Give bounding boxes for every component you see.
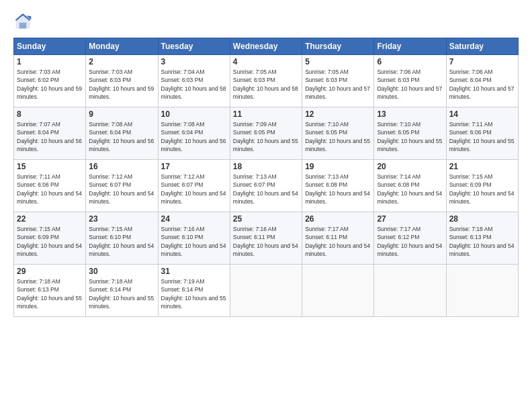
calendar-header-wednesday: Wednesday xyxy=(230,38,302,55)
calendar-cell: 15 Sunrise: 7:11 AM Sunset: 6:06 PM Dayl… xyxy=(14,160,86,212)
day-number: 7 xyxy=(449,57,515,66)
page: SundayMondayTuesdayWednesdayThursdayFrid… xyxy=(0,0,532,411)
calendar-cell: 21 Sunrise: 7:15 AM Sunset: 6:09 PM Dayl… xyxy=(446,160,518,212)
day-number: 2 xyxy=(89,57,154,66)
day-number: 21 xyxy=(449,162,515,171)
day-number: 9 xyxy=(89,109,154,119)
logo-icon xyxy=(13,12,32,31)
day-number: 11 xyxy=(233,109,299,119)
day-info: Sunrise: 7:11 AM Sunset: 6:06 PM Dayligh… xyxy=(449,120,515,153)
calendar-cell: 28 Sunrise: 7:18 AM Sunset: 6:13 PM Dayl… xyxy=(446,212,518,265)
calendar-cell xyxy=(230,265,302,317)
day-info: Sunrise: 7:14 AM Sunset: 6:08 PM Dayligh… xyxy=(377,173,443,205)
day-info: Sunrise: 7:12 AM Sunset: 6:07 PM Dayligh… xyxy=(89,173,154,205)
calendar-cell: 26 Sunrise: 7:17 AM Sunset: 6:11 PM Dayl… xyxy=(302,212,374,265)
day-info: Sunrise: 7:03 AM Sunset: 6:03 PM Dayligh… xyxy=(89,68,154,101)
day-number: 12 xyxy=(305,109,371,119)
calendar-week-1: 1 Sunrise: 7:03 AM Sunset: 6:02 PM Dayli… xyxy=(14,55,519,107)
day-info: Sunrise: 7:16 AM Sunset: 6:11 PM Dayligh… xyxy=(233,225,299,258)
day-info: Sunrise: 7:13 AM Sunset: 6:08 PM Dayligh… xyxy=(305,173,371,205)
day-info: Sunrise: 7:10 AM Sunset: 6:05 PM Dayligh… xyxy=(377,120,443,153)
day-info: Sunrise: 7:19 AM Sunset: 6:14 PM Dayligh… xyxy=(161,277,227,310)
day-info: Sunrise: 7:15 AM Sunset: 6:09 PM Dayligh… xyxy=(449,173,515,205)
day-number: 5 xyxy=(305,57,371,66)
day-info: Sunrise: 7:05 AM Sunset: 6:03 PM Dayligh… xyxy=(233,68,299,101)
calendar-header-tuesday: Tuesday xyxy=(158,38,230,55)
calendar-header-monday: Monday xyxy=(86,38,158,55)
day-number: 25 xyxy=(233,214,299,224)
calendar-cell: 24 Sunrise: 7:16 AM Sunset: 6:10 PM Dayl… xyxy=(158,212,230,265)
day-info: Sunrise: 7:10 AM Sunset: 6:05 PM Dayligh… xyxy=(305,120,371,153)
day-number: 14 xyxy=(449,109,515,119)
day-number: 8 xyxy=(17,109,83,119)
day-number: 3 xyxy=(161,57,227,66)
day-info: Sunrise: 7:06 AM Sunset: 6:03 PM Dayligh… xyxy=(377,68,443,101)
day-info: Sunrise: 7:17 AM Sunset: 6:12 PM Dayligh… xyxy=(377,225,443,258)
calendar-cell: 2 Sunrise: 7:03 AM Sunset: 6:03 PM Dayli… xyxy=(86,55,158,107)
day-number: 30 xyxy=(89,267,154,276)
day-info: Sunrise: 7:09 AM Sunset: 6:05 PM Dayligh… xyxy=(233,120,299,153)
calendar-cell: 1 Sunrise: 7:03 AM Sunset: 6:02 PM Dayli… xyxy=(14,55,86,107)
day-info: Sunrise: 7:08 AM Sunset: 6:04 PM Dayligh… xyxy=(89,120,154,153)
day-info: Sunrise: 7:06 AM Sunset: 6:04 PM Dayligh… xyxy=(449,68,515,101)
calendar-cell: 17 Sunrise: 7:12 AM Sunset: 6:07 PM Dayl… xyxy=(158,160,230,212)
day-number: 19 xyxy=(305,162,371,171)
calendar-cell: 30 Sunrise: 7:18 AM Sunset: 6:14 PM Dayl… xyxy=(86,265,158,317)
day-number: 20 xyxy=(377,162,443,171)
day-number: 15 xyxy=(17,162,83,171)
day-info: Sunrise: 7:13 AM Sunset: 6:07 PM Dayligh… xyxy=(233,173,299,205)
day-info: Sunrise: 7:17 AM Sunset: 6:11 PM Dayligh… xyxy=(305,225,371,258)
day-number: 29 xyxy=(17,267,83,276)
calendar-cell: 10 Sunrise: 7:08 AM Sunset: 6:04 PM Dayl… xyxy=(158,107,230,160)
day-number: 27 xyxy=(377,214,443,224)
day-info: Sunrise: 7:15 AM Sunset: 6:09 PM Dayligh… xyxy=(17,225,83,258)
calendar-cell: 4 Sunrise: 7:05 AM Sunset: 6:03 PM Dayli… xyxy=(230,55,302,107)
calendar-cell: 18 Sunrise: 7:13 AM Sunset: 6:07 PM Dayl… xyxy=(230,160,302,212)
day-info: Sunrise: 7:18 AM Sunset: 6:13 PM Dayligh… xyxy=(17,277,83,310)
day-info: Sunrise: 7:12 AM Sunset: 6:07 PM Dayligh… xyxy=(161,173,227,205)
calendar-cell: 29 Sunrise: 7:18 AM Sunset: 6:13 PM Dayl… xyxy=(14,265,86,317)
day-info: Sunrise: 7:03 AM Sunset: 6:02 PM Dayligh… xyxy=(17,68,83,101)
calendar-cell: 7 Sunrise: 7:06 AM Sunset: 6:04 PM Dayli… xyxy=(446,55,518,107)
calendar-cell: 22 Sunrise: 7:15 AM Sunset: 6:09 PM Dayl… xyxy=(14,212,86,265)
day-number: 23 xyxy=(89,214,154,224)
day-number: 16 xyxy=(89,162,154,171)
calendar-header-sunday: Sunday xyxy=(14,38,86,55)
day-info: Sunrise: 7:05 AM Sunset: 6:03 PM Dayligh… xyxy=(305,68,371,101)
calendar-cell xyxy=(446,265,518,317)
calendar: SundayMondayTuesdayWednesdayThursdayFrid… xyxy=(13,38,519,317)
logo xyxy=(13,12,35,31)
day-number: 31 xyxy=(161,267,227,276)
day-info: Sunrise: 7:08 AM Sunset: 6:04 PM Dayligh… xyxy=(161,120,227,153)
day-info: Sunrise: 7:15 AM Sunset: 6:10 PM Dayligh… xyxy=(89,225,154,258)
day-info: Sunrise: 7:04 AM Sunset: 6:03 PM Dayligh… xyxy=(161,68,227,101)
day-number: 28 xyxy=(449,214,515,224)
day-number: 6 xyxy=(377,57,443,66)
calendar-header-row: SundayMondayTuesdayWednesdayThursdayFrid… xyxy=(14,38,519,55)
day-info: Sunrise: 7:16 AM Sunset: 6:10 PM Dayligh… xyxy=(161,225,227,258)
calendar-cell: 13 Sunrise: 7:10 AM Sunset: 6:05 PM Dayl… xyxy=(374,107,446,160)
day-number: 18 xyxy=(233,162,299,171)
calendar-cell: 8 Sunrise: 7:07 AM Sunset: 6:04 PM Dayli… xyxy=(14,107,86,160)
day-number: 22 xyxy=(17,214,83,224)
calendar-cell: 25 Sunrise: 7:16 AM Sunset: 6:11 PM Dayl… xyxy=(230,212,302,265)
calendar-cell: 23 Sunrise: 7:15 AM Sunset: 6:10 PM Dayl… xyxy=(86,212,158,265)
calendar-cell: 20 Sunrise: 7:14 AM Sunset: 6:08 PM Dayl… xyxy=(374,160,446,212)
day-info: Sunrise: 7:18 AM Sunset: 6:14 PM Dayligh… xyxy=(89,277,154,310)
calendar-week-3: 15 Sunrise: 7:11 AM Sunset: 6:06 PM Dayl… xyxy=(14,160,519,212)
calendar-cell: 19 Sunrise: 7:13 AM Sunset: 6:08 PM Dayl… xyxy=(302,160,374,212)
calendar-week-2: 8 Sunrise: 7:07 AM Sunset: 6:04 PM Dayli… xyxy=(14,107,519,160)
header xyxy=(13,12,519,31)
calendar-cell: 16 Sunrise: 7:12 AM Sunset: 6:07 PM Dayl… xyxy=(86,160,158,212)
day-number: 17 xyxy=(161,162,227,171)
day-number: 1 xyxy=(17,57,83,66)
calendar-cell xyxy=(374,265,446,317)
day-number: 4 xyxy=(233,57,299,66)
day-number: 26 xyxy=(305,214,371,224)
calendar-cell: 14 Sunrise: 7:11 AM Sunset: 6:06 PM Dayl… xyxy=(446,107,518,160)
calendar-cell xyxy=(302,265,374,317)
calendar-cell: 31 Sunrise: 7:19 AM Sunset: 6:14 PM Dayl… xyxy=(158,265,230,317)
svg-rect-3 xyxy=(19,23,27,29)
calendar-cell: 12 Sunrise: 7:10 AM Sunset: 6:05 PM Dayl… xyxy=(302,107,374,160)
calendar-cell: 6 Sunrise: 7:06 AM Sunset: 6:03 PM Dayli… xyxy=(374,55,446,107)
